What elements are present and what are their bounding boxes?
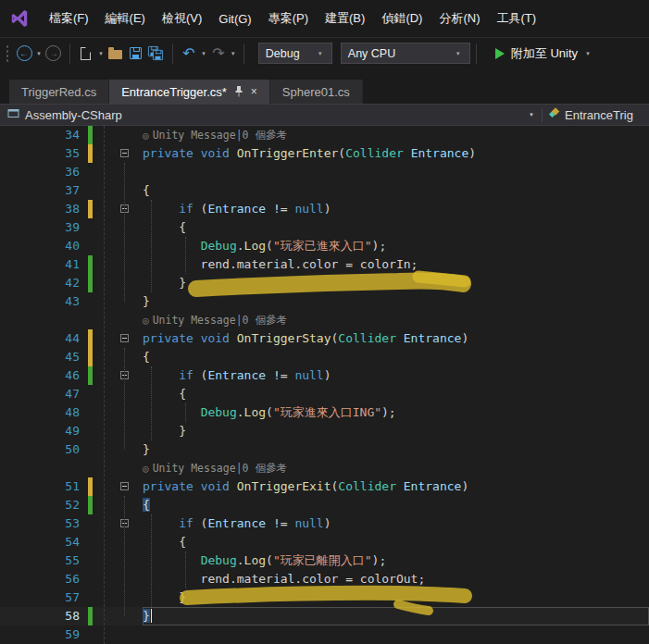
code-line[interactable]: 50} [0,440,649,459]
code-line[interactable]: 35private void OnTriggerEnter(Collider E… [0,144,649,163]
codelens-label[interactable]: Unity Message|0 個參考 [153,129,287,142]
breakpoint-margin[interactable] [0,607,33,625]
code-line[interactable]: 42 } [0,274,649,292]
save-all-button[interactable] [147,42,166,66]
attach-to-unity-button[interactable]: 附加至 Unity ▼ [495,45,593,62]
line-number[interactable]: 58 [33,607,85,625]
line-number[interactable]: 55 [33,551,85,570]
line-number[interactable]: 38 [33,200,85,218]
code-text[interactable]: rend.material.color = colorOut; [143,570,649,588]
breakpoint-margin[interactable] [0,570,33,588]
fold-collapse-box[interactable] [120,482,129,490]
line-number[interactable]: 45 [33,348,85,366]
redo-button[interactable]: ↷ [209,42,228,66]
code-text[interactable]: ◎Unity Message|0 個參考 [143,126,649,144]
breakpoint-margin[interactable] [0,255,33,274]
code-line[interactable]: 36 [0,163,649,181]
code-line[interactable]: 47 { [0,385,649,403]
menu-view[interactable]: 檢視(V) [154,6,210,31]
code-text[interactable]: private void OnTriggerExit(Collider Entr… [143,477,649,496]
redo-dropdown-icon[interactable]: ▼ [231,51,236,56]
line-number[interactable] [33,311,85,329]
breakpoint-margin[interactable] [0,385,33,403]
code-text[interactable]: if (Entrance != null) [143,200,649,218]
breakpoint-margin[interactable] [0,440,33,459]
code-editor[interactable]: 34◎Unity Message|0 個參考35private void OnT… [0,126,649,644]
breakpoint-margin[interactable] [0,237,33,255]
solution-configuration-dropdown[interactable]: Debug▼ [258,43,332,64]
line-number[interactable]: 36 [33,163,85,181]
breakpoint-margin[interactable] [0,459,33,477]
menu-debug[interactable]: 偵錯(D) [373,6,431,31]
breakpoint-margin[interactable] [0,551,33,570]
code-text[interactable]: rend.material.color = colorIn; [143,255,649,274]
menu-analyze[interactable]: 分析(N) [431,6,488,31]
line-number[interactable]: 52 [33,496,85,514]
code-line[interactable]: 55 Debug.Log("玩家已離開入口"); [0,551,649,570]
code-text[interactable]: { [143,533,649,551]
code-text[interactable]: { [143,496,649,514]
breakpoint-margin[interactable] [0,292,33,311]
code-line[interactable]: 49 } [0,422,649,440]
codelens-row[interactable]: ◎Unity Message|0 個參考 [0,311,649,329]
codelens-row[interactable]: ◎Unity Message|0 個參考 [0,459,649,477]
tab-sphere01[interactable]: Sphere01.cs [270,80,363,104]
code-text[interactable]: Debug.Log("玩家進來入口ING"); [143,403,649,422]
fold-collapse-box[interactable] [120,204,129,213]
fold-collapse-box[interactable] [120,149,129,157]
code-text[interactable]: } [143,274,649,292]
code-line[interactable]: 37{ [0,181,649,200]
code-line[interactable]: 46 if (Entrance != null) [0,366,649,385]
code-text[interactable]: private void OnTriggerStay(Collider Entr… [143,329,649,348]
pin-icon[interactable] [234,86,243,97]
code-line[interactable]: 41 rend.material.color = colorIn; [0,255,649,274]
fold-collapse-box[interactable] [120,371,129,379]
breakpoint-margin[interactable] [0,200,33,218]
line-number[interactable] [33,459,85,477]
code-line[interactable]: 56 rend.material.color = colorOut; [0,570,649,588]
code-line[interactable]: 38 if (Entrance != null) [0,200,649,218]
code-line[interactable]: 48 Debug.Log("玩家進來入口ING"); [0,403,649,422]
line-number[interactable]: 54 [33,533,85,551]
line-number[interactable]: 48 [33,403,85,422]
line-number[interactable]: 34 [33,126,85,144]
line-number[interactable]: 57 [33,588,85,607]
line-number[interactable]: 42 [33,274,85,292]
codelens-label[interactable]: Unity Message|0 個參考 [153,314,287,327]
fold-collapse-box[interactable] [120,519,129,527]
navigate-back-dropdown-icon[interactable]: ▼ [36,51,42,56]
code-text[interactable]: } [143,422,649,440]
code-line[interactable]: 40 Debug.Log("玩家已進來入口"); [0,237,649,255]
navigate-forward-button[interactable]: → [44,42,63,66]
breakpoint-margin[interactable] [0,329,33,348]
code-line[interactable]: 45{ [0,348,649,366]
line-number[interactable]: 44 [33,329,85,348]
code-line[interactable]: 44private void OnTriggerStay(Collider En… [0,329,649,348]
menu-git[interactable]: Git(G) [210,7,259,31]
code-line[interactable]: 59 [0,625,649,644]
code-line[interactable]: 51private void OnTriggerExit(Collider En… [0,477,649,496]
line-number[interactable]: 46 [33,366,85,385]
save-button[interactable] [127,42,145,66]
code-line[interactable]: 43} [0,292,649,311]
codelens-row[interactable]: 34◎Unity Message|0 個參考 [0,126,649,144]
breakpoint-margin[interactable] [0,366,33,385]
member-dropdown[interactable]: EntranceTrig [543,105,649,125]
breakpoint-margin[interactable] [0,144,33,163]
code-line[interactable]: 52{ [0,496,649,514]
code-line[interactable]: 57 } [0,588,649,607]
breakpoint-margin[interactable] [0,533,33,551]
code-text[interactable]: if (Entrance != null) [143,366,649,385]
code-text[interactable]: } [143,588,649,607]
breakpoint-margin[interactable] [0,477,33,496]
open-file-button[interactable] [106,42,125,66]
breakpoint-margin[interactable] [0,126,33,144]
code-line[interactable]: 39 { [0,218,649,237]
code-text[interactable]: { [143,181,649,200]
code-text[interactable]: Debug.Log("玩家已進來入口"); [143,237,649,255]
code-line[interactable]: 54 { [0,533,649,551]
line-number[interactable]: 59 [33,625,85,644]
navigate-back-button[interactable]: ← [15,42,33,66]
line-number[interactable]: 51 [33,477,85,496]
breakpoint-margin[interactable] [0,514,33,533]
